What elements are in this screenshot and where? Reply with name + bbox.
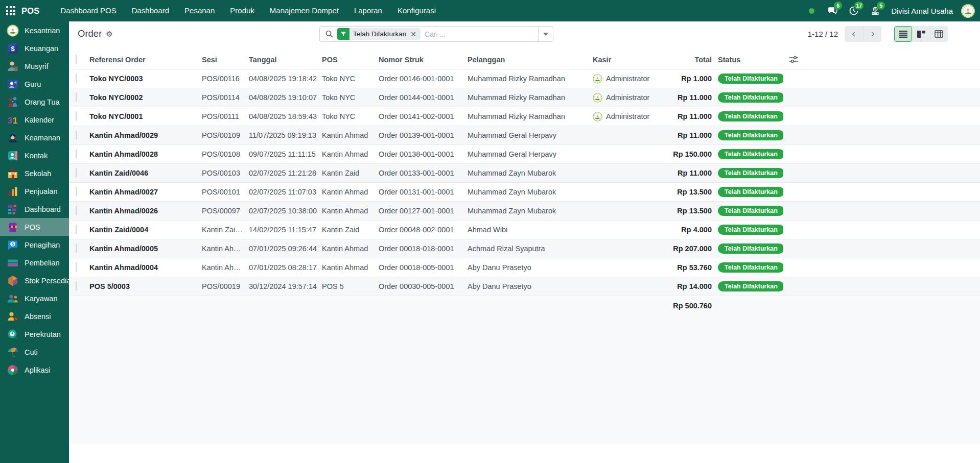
- sidebar-item-penjualan[interactable]: Penjualan: [0, 182, 69, 200]
- sidebar-item-orang-tua[interactable]: Orang Tua: [0, 93, 69, 111]
- column-header-pos[interactable]: POS: [322, 56, 379, 64]
- row-checkbox[interactable]: [76, 92, 77, 102]
- pager-previous-button[interactable]: [845, 26, 863, 42]
- cell-referensi: Kantin Ahmad/0028: [89, 150, 202, 158]
- column-header-tanggal[interactable]: Tanggal: [249, 56, 322, 64]
- row-checkbox[interactable]: [76, 130, 77, 140]
- sidebar-item-pembelian[interactable]: Pembelian: [0, 254, 69, 272]
- sidebar-item-penagihan[interactable]: $ Penagihan: [0, 236, 69, 254]
- sidebar-item-perekrutan[interactable]: Perekrutan: [0, 325, 69, 343]
- row-checkbox[interactable]: [76, 168, 77, 178]
- optional-columns-icon[interactable]: [789, 56, 980, 63]
- sidebar-item-dashboard[interactable]: Dashboard: [0, 200, 69, 218]
- sidebar-item-aplikasi[interactable]: Aplikasi: [0, 361, 69, 379]
- view-switch-list-button[interactable]: [894, 26, 912, 42]
- menu-item-dashboard[interactable]: Dashboard: [124, 0, 177, 21]
- kasir-avatar: [593, 112, 602, 121]
- column-header-kasir[interactable]: Kasir: [593, 56, 672, 64]
- cell-total: Rp 13.500: [672, 188, 712, 196]
- column-header-total[interactable]: Total: [672, 56, 712, 64]
- status-badge: Telah Difakturkan: [718, 111, 783, 122]
- search-input[interactable]: [421, 30, 538, 38]
- kasir-name: Administrator: [606, 112, 649, 120]
- cell-total: Rp 11.000: [672, 169, 712, 177]
- row-checkbox[interactable]: [76, 206, 77, 215]
- search-bar[interactable]: Telah Difakturkan ✕: [319, 26, 553, 42]
- messages-icon[interactable]: 6: [824, 2, 841, 19]
- cell-sesi: POS/00114: [202, 93, 249, 102]
- cell-referensi: Kantin Zaid/0046: [89, 169, 202, 177]
- sidebar-item-cuti[interactable]: Cuti: [0, 343, 69, 361]
- sidebar-item-absensi[interactable]: Absensi: [0, 307, 69, 325]
- table-row[interactable]: Kantin Ahmad/0027 POS/00101 02/07/2025 1…: [69, 183, 980, 202]
- row-checkbox[interactable]: [76, 243, 77, 253]
- kasir-avatar: [593, 93, 602, 103]
- sidebar-item-keuangan[interactable]: $ Keuangan: [0, 39, 69, 57]
- search-dropdown-toggle[interactable]: [538, 27, 553, 41]
- menu-item-pesanan[interactable]: Pesanan: [177, 0, 222, 21]
- table-row[interactable]: Kantin Zaid/0046 POS/00103 02/07/2025 11…: [69, 164, 980, 183]
- table-row[interactable]: Toko NYC/0001 POS/00111 04/08/2025 18:59…: [69, 107, 980, 126]
- row-checkbox[interactable]: [76, 262, 77, 272]
- gear-icon[interactable]: ⚙: [106, 30, 112, 38]
- row-checkbox[interactable]: [76, 225, 77, 234]
- user-avatar[interactable]: [961, 4, 975, 18]
- row-checkbox[interactable]: [76, 149, 77, 159]
- menu-item-konfigurasi[interactable]: Konfigurasi: [390, 0, 444, 21]
- table-row[interactable]: Toko NYC/0002 POS/00114 04/08/2025 19:10…: [69, 88, 980, 107]
- sidebar-item-stok-persediaan[interactable]: Stok Persediaan: [0, 272, 69, 289]
- cell-tanggal: 30/12/2024 19:57:14: [249, 282, 322, 290]
- column-header-pelanggan[interactable]: Pelanggan: [468, 56, 593, 64]
- cell-referensi: Kantin Zaid/0004: [89, 226, 202, 234]
- row-checkbox[interactable]: [76, 111, 77, 121]
- activities-badge: 17: [854, 2, 864, 10]
- sidebar-item-keamanan[interactable]: Keamanan: [0, 129, 69, 147]
- cell-pos: Kantin Ahmad: [322, 150, 379, 158]
- column-header-status[interactable]: Status: [712, 56, 783, 64]
- table-row[interactable]: Toko NYC/0003 POS/00116 04/08/2025 19:18…: [69, 69, 980, 88]
- cell-tanggal: 04/08/2025 19:10:07: [249, 93, 322, 102]
- column-header-referensi[interactable]: Referensi Order: [89, 56, 202, 64]
- sidebar-item-kesantrian[interactable]: Kesantrian: [0, 21, 69, 39]
- sidebar-item-pos[interactable]: POS: [0, 218, 69, 236]
- view-switch-pivot-button[interactable]: [930, 26, 948, 42]
- row-checkbox[interactable]: [76, 74, 77, 83]
- app-brand[interactable]: POS: [21, 6, 39, 16]
- company-name[interactable]: Divisi Amal Usaha: [891, 7, 953, 15]
- column-header-struk[interactable]: Nomor Struk: [379, 56, 468, 64]
- table-body: Toko NYC/0003 POS/00116 04/08/2025 19:18…: [69, 69, 980, 296]
- menu-item-laporan[interactable]: Laporan: [346, 0, 390, 21]
- table-row[interactable]: Kantin Ahmad/0005 Kantin Ahma... 07/01/2…: [69, 239, 980, 258]
- cell-total: Rp 11.000: [672, 93, 712, 102]
- table-row[interactable]: Kantin Ahmad/0004 Kantin Ahma... 07/01/2…: [69, 258, 980, 277]
- menu-item-dashboard-pos[interactable]: Dashboard POS: [53, 0, 124, 21]
- menu-item-produk[interactable]: Produk: [222, 0, 262, 21]
- table-row[interactable]: Kantin Ahmad/0028 POS/00108 09/07/2025 1…: [69, 145, 980, 164]
- table-row[interactable]: Kantin Ahmad/0029 POS/00109 11/07/2025 0…: [69, 126, 980, 145]
- column-header-sesi[interactable]: Sesi: [202, 56, 249, 64]
- search-icon: [320, 30, 337, 38]
- sales-money-icon[interactable]: $ 5: [867, 2, 884, 19]
- pager-next-button[interactable]: [863, 26, 881, 42]
- sidebar-item-kontak[interactable]: Kontak: [0, 147, 69, 164]
- facet-remove-icon[interactable]: ✕: [410, 30, 421, 38]
- apps-grid-icon[interactable]: [0, 0, 21, 21]
- select-all-checkbox[interactable]: [76, 55, 77, 64]
- table-row[interactable]: POS 5/0003 POS/00019 30/12/2024 19:57:14…: [69, 277, 980, 296]
- sidebar-item-musyrif[interactable]: Musyrif: [0, 57, 69, 75]
- table-row[interactable]: Kantin Zaid/0004 Kantin Zaid/... 14/02/2…: [69, 221, 980, 239]
- sidebar-item-kalender[interactable]: 31 Kalender: [0, 111, 69, 129]
- view-switch-kanban-button[interactable]: [912, 26, 930, 42]
- row-checkbox[interactable]: [76, 281, 77, 291]
- menu-item-manajemen-dompet[interactable]: Manajemen Dompet: [262, 0, 346, 21]
- sidebar-item-guru[interactable]: Guru: [0, 75, 69, 93]
- awning-icon: [7, 221, 19, 233]
- sidebar-item-sekolah[interactable]: Sekolah: [0, 164, 69, 182]
- svg-text:$: $: [874, 7, 876, 11]
- table-row[interactable]: Kantin Ahmad/0026 POS/00097 02/07/2025 1…: [69, 202, 980, 221]
- sidebar-item-karyawan[interactable]: Karyawan: [0, 289, 69, 307]
- cell-nomor-struk: Order 00131-001-0001: [379, 188, 468, 196]
- activities-clock-icon[interactable]: 17: [845, 2, 862, 19]
- cell-sesi: POS/00108: [202, 150, 249, 158]
- row-checkbox[interactable]: [76, 187, 77, 197]
